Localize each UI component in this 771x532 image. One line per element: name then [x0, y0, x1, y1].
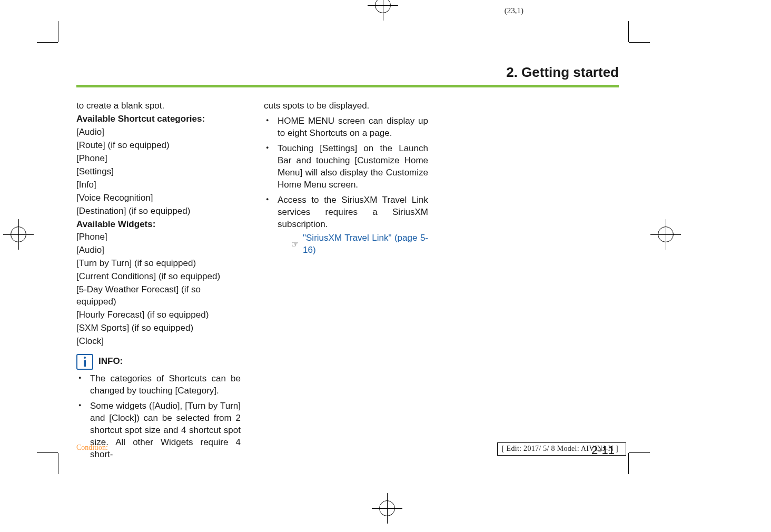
- crop-mark: [629, 452, 650, 453]
- list-item: [5-Day Weather Forecast] (if so equipped…: [76, 284, 241, 308]
- info-bullet: The categories of Shortcuts can be chang…: [76, 373, 241, 397]
- info-label: INFO:: [98, 356, 123, 368]
- list-item: [Settings]: [76, 166, 241, 178]
- crop-mark: [37, 452, 58, 453]
- list-item: [Current Conditions] (if so equipped): [76, 271, 241, 283]
- crop-mark: [628, 453, 629, 474]
- info-icon: [76, 354, 93, 370]
- body-text: to create a blank spot.: [76, 100, 241, 112]
- column-3: [451, 99, 616, 464]
- chapter-rule: [76, 85, 619, 87]
- registration-target-icon: [658, 226, 674, 242]
- info-bullet: HOME MENU screen can display up to eight…: [264, 115, 428, 140]
- chapter-title: 2. Getting started: [76, 63, 619, 82]
- pointer-icon: ☞: [291, 240, 299, 249]
- footer-edit-info: [ Edit: 2017/ 5/ 8 Model: AIVINJ-N ]: [497, 442, 626, 456]
- footer-condition: Condition:: [76, 443, 108, 453]
- heading-widgets: Available Widgets:: [76, 219, 241, 231]
- column-1: to create a blank spot. Available Shortc…: [76, 99, 241, 464]
- info-bullet: Touching [Settings] on the Launch Bar an…: [264, 143, 428, 191]
- list-item: [Phone]: [76, 231, 241, 243]
- sheet-coordinate: (23,1): [505, 5, 523, 16]
- info-heading: INFO:: [76, 354, 241, 370]
- heading-shortcut-categories: Available Shortcut categories:: [76, 113, 241, 125]
- list-item: [Voice Recognition]: [76, 192, 241, 204]
- registration-target-icon: [379, 500, 395, 516]
- crop-mark: [628, 21, 629, 42]
- column-2: cuts spots to be displayed. HOME MENU sc…: [264, 99, 428, 464]
- list-item: [Audio]: [76, 126, 241, 139]
- page-body: 2. Getting started to create a blank spo…: [76, 63, 619, 442]
- list-item: [Destination] (if so equipped): [76, 205, 241, 218]
- bullet-text: Access to the SiriusXM Travel Link servi…: [278, 195, 428, 229]
- crop-mark: [37, 42, 58, 43]
- registration-target-icon: [375, 0, 391, 13]
- crop-mark: [58, 453, 58, 474]
- list-item: [Audio]: [76, 244, 241, 257]
- registration-target-icon: [11, 226, 26, 242]
- cross-reference-link: "SiriusXM Travel Link" (page 5-16): [303, 232, 428, 257]
- crop-mark: [58, 21, 58, 42]
- list-item: [SXM Sports] (if so equipped): [76, 322, 241, 334]
- cross-reference: ☞ "SiriusXM Travel Link" (page 5-16): [291, 232, 428, 257]
- list-item: [Phone]: [76, 153, 241, 165]
- list-item: [Route] (if so equipped): [76, 140, 241, 152]
- body-text: cuts spots to be displayed.: [264, 100, 428, 112]
- info-bullet: Access to the SiriusXM Travel Link servi…: [264, 194, 428, 257]
- list-item: [Turn by Turn] (if so equipped): [76, 258, 241, 270]
- list-item: [Hourly Forecast] (if so equipped): [76, 309, 241, 321]
- crop-mark: [629, 42, 650, 43]
- list-item: [Info]: [76, 179, 241, 191]
- list-item: [Clock]: [76, 336, 241, 348]
